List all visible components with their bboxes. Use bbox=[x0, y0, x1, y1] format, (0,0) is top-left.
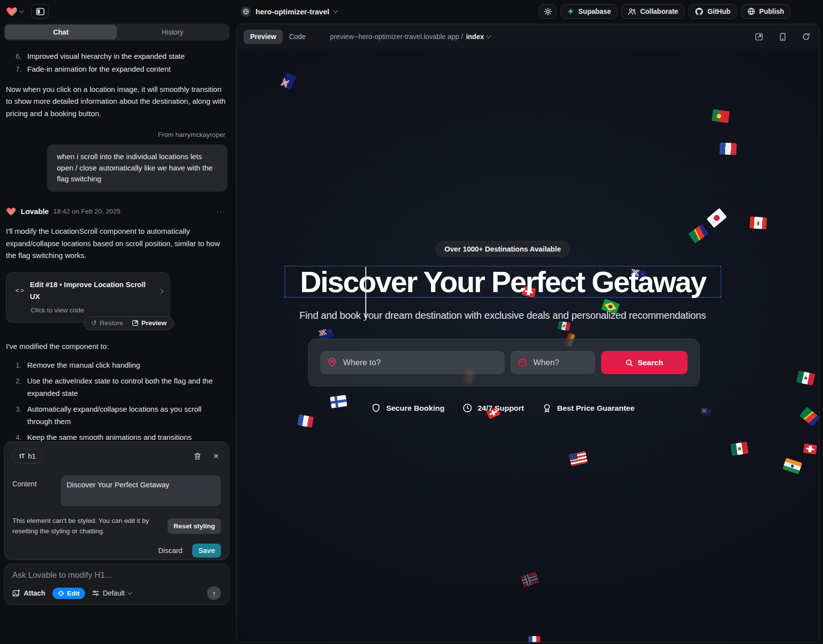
external-link-icon bbox=[132, 320, 138, 326]
chat-input-field[interactable] bbox=[12, 570, 221, 580]
hero-title[interactable]: Discover Your Perfect Getaway bbox=[300, 265, 706, 299]
restore-icon: ↺ bbox=[91, 318, 96, 329]
project-chevron-down-icon bbox=[333, 8, 338, 13]
chat-input-box: Attach Edit Default ↑ bbox=[4, 563, 229, 605]
close-editor-button[interactable]: ✕ bbox=[211, 450, 221, 462]
search-button[interactable]: Search bbox=[601, 351, 688, 374]
where-field[interactable] bbox=[320, 351, 505, 374]
flag-mx-icon bbox=[796, 371, 815, 386]
reset-styling-button[interactable]: Reset styling bbox=[168, 518, 221, 534]
default-mode-selector[interactable]: Default bbox=[92, 589, 131, 597]
assistant-list-top: 6.Improved visual hierarchy in the expan… bbox=[6, 50, 227, 76]
github-icon bbox=[695, 7, 703, 16]
tab-chat[interactable]: Chat bbox=[5, 25, 117, 40]
edit-card-title: Edit #18 • Improve Location Scroll UX bbox=[30, 279, 154, 302]
supabase-button[interactable]: Supabase bbox=[561, 4, 617, 19]
destinations-badge: Over 1000+ Destinations Available bbox=[435, 241, 570, 258]
target-icon bbox=[58, 590, 64, 597]
list-item: 3.Automatically expand/collapse location… bbox=[6, 403, 227, 428]
chat-history-tabs: Chat History bbox=[4, 24, 229, 41]
lovable-logo-heart-icon[interactable] bbox=[6, 5, 18, 17]
assistant-name: Lovable bbox=[21, 206, 49, 217]
list-item: 7.Fade-in animation for the expanded con… bbox=[6, 63, 227, 75]
tab-preview[interactable]: Preview bbox=[244, 30, 283, 44]
list-item: 2.Use the activeIndex state to control b… bbox=[6, 375, 227, 399]
send-button[interactable]: ↑ bbox=[207, 586, 221, 600]
feature-item: Best Price Guarantee bbox=[542, 403, 635, 413]
publish-globe-icon bbox=[747, 7, 755, 15]
preview-viewport[interactable]: Over 1000+ Destinations Available Discov… bbox=[237, 49, 819, 642]
list-item: 6.Improved visual hierarchy in the expan… bbox=[6, 50, 227, 62]
code-icon: <> bbox=[15, 286, 25, 296]
attach-button[interactable]: Attach bbox=[12, 589, 45, 597]
arrow-up-icon: ↑ bbox=[212, 589, 216, 598]
feature-item: Secure Booking bbox=[371, 403, 444, 413]
edit-card-subtitle: Click to view code bbox=[31, 306, 163, 315]
search-panel: Search bbox=[308, 339, 700, 386]
edit-version-card[interactable]: <> Edit #18 • Improve Location Scroll UX… bbox=[6, 272, 170, 322]
assistant-intro: I'll modify the LocationScroll component… bbox=[6, 225, 227, 261]
supabase-bolt-icon bbox=[567, 7, 574, 15]
assistant-paragraph: Now when you click on a location image, … bbox=[6, 84, 227, 120]
sidebar-toggle-button[interactable] bbox=[31, 4, 49, 19]
user-message-bubble: when i scroll into the individual locati… bbox=[47, 144, 227, 192]
hero-subtitle: Find and book your dream destination wit… bbox=[300, 310, 706, 321]
element-tag: h1 bbox=[28, 452, 36, 460]
default-chevron-down-icon bbox=[128, 590, 132, 595]
message-author-label: From harrymckayroper bbox=[6, 129, 227, 140]
element-tag-badge[interactable]: tT h1 bbox=[12, 449, 43, 464]
image-icon bbox=[12, 590, 20, 597]
tab-code[interactable]: Code bbox=[283, 30, 312, 44]
publish-button[interactable]: Publish bbox=[741, 4, 791, 19]
flag-ch-icon bbox=[803, 443, 817, 454]
url-page: index bbox=[466, 33, 484, 41]
preview-toolbar: Preview Code preview--hero-optimizer-tra… bbox=[237, 24, 819, 49]
clock-icon bbox=[462, 403, 473, 413]
edit-mode-pill[interactable]: Edit bbox=[52, 588, 86, 599]
message-timestamp: 18:42 on Feb 20, 2025 bbox=[53, 206, 121, 217]
tab-history[interactable]: History bbox=[117, 25, 228, 40]
preview-version-button[interactable]: Preview bbox=[132, 318, 167, 329]
lovable-heart-icon bbox=[6, 206, 16, 216]
when-field[interactable] bbox=[511, 351, 595, 374]
save-button[interactable]: Save bbox=[192, 544, 221, 558]
trash-icon bbox=[194, 452, 201, 460]
restore-button[interactable]: ↺ Restore bbox=[91, 318, 123, 329]
close-icon: ✕ bbox=[213, 452, 219, 460]
collaborate-button[interactable]: Collaborate bbox=[621, 4, 685, 19]
flag-in-icon bbox=[782, 458, 802, 474]
github-button[interactable]: GitHub bbox=[689, 4, 737, 19]
logo-chevron-down-icon[interactable] bbox=[19, 8, 24, 13]
refresh-button[interactable] bbox=[800, 31, 812, 43]
element-editor-panel: tT h1 ✕ Content Discover Your Perfect Ge… bbox=[4, 441, 229, 560]
flag-za-icon bbox=[799, 407, 819, 427]
gear-icon bbox=[544, 7, 552, 16]
preview-url[interactable]: preview--hero-optimizer-travel.lovable.a… bbox=[330, 33, 490, 41]
hero-section: Over 1000+ Destinations Available Discov… bbox=[237, 49, 769, 642]
discard-button[interactable]: Discard bbox=[158, 547, 182, 555]
smartphone-icon bbox=[780, 33, 786, 41]
where-input[interactable] bbox=[320, 351, 505, 374]
h1-selection-outline[interactable]: Discover Your Perfect Getaway bbox=[285, 266, 721, 298]
sliders-icon bbox=[92, 590, 99, 597]
modified-intro: I've modified the component to: bbox=[6, 341, 227, 352]
preview-panel: Preview Code preview--hero-optimizer-tra… bbox=[236, 24, 820, 643]
open-in-new-tab-button[interactable] bbox=[753, 31, 765, 43]
project-menu[interactable]: hero-optimizer-travel bbox=[241, 4, 337, 19]
settings-button[interactable] bbox=[539, 4, 557, 19]
users-icon bbox=[628, 8, 636, 15]
refresh-icon bbox=[802, 33, 810, 41]
chat-sidebar: Chat History 6.Improved visual hierarchy… bbox=[0, 23, 233, 644]
message-more-icon[interactable]: ··· bbox=[215, 206, 227, 217]
delete-element-button[interactable] bbox=[192, 450, 203, 462]
mobile-view-button[interactable] bbox=[778, 31, 788, 43]
content-label: Content bbox=[12, 475, 61, 506]
feature-item: 24/7 Support bbox=[462, 403, 524, 413]
content-textarea[interactable]: Discover Your Perfect Getaway bbox=[61, 475, 221, 506]
calendar-icon bbox=[518, 358, 527, 367]
top-bar: hero-optimizer-travel Supabase Collabora… bbox=[0, 0, 823, 23]
edit-card-chevron-right-icon bbox=[159, 289, 164, 294]
feature-row: Secure Booking24/7 SupportBest Price Gua… bbox=[371, 403, 635, 413]
url-text: preview--hero-optimizer-travel.lovable.a… bbox=[330, 33, 463, 41]
project-globe-icon bbox=[241, 6, 251, 17]
